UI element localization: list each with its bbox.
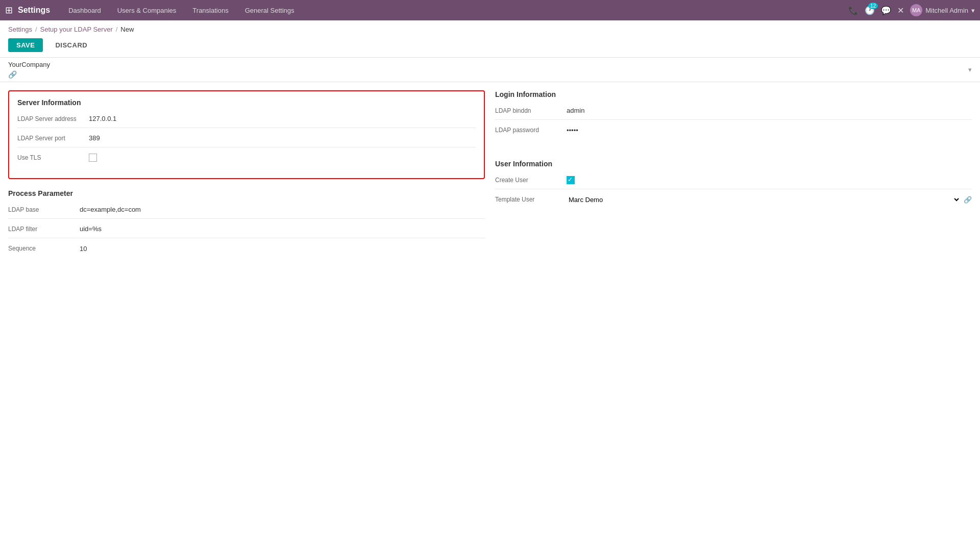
left-panel: Server Information LDAP Server address L… — [8, 90, 485, 268]
breadcrumb-sep-1: / — [35, 26, 37, 33]
template-user-label: Template User — [495, 196, 567, 203]
ldap-base-row: LDAP base — [8, 204, 485, 219]
action-bar: SAVE DISCARD — [0, 36, 980, 57]
ldap-binddn-input[interactable] — [567, 106, 972, 115]
close-icon[interactable]: ✕ — [897, 6, 904, 15]
save-button[interactable]: SAVE — [8, 38, 43, 52]
user-name: Mitchell Admin — [925, 7, 968, 14]
user-dropdown-icon: ▾ — [971, 7, 975, 14]
sequence-label: Sequence — [8, 245, 80, 252]
login-info-title: Login Information — [495, 90, 972, 98]
template-user-select[interactable]: Marc Demo — [567, 195, 961, 204]
ldap-server-address-input[interactable] — [89, 114, 476, 123]
ldap-password-label: LDAP password — [495, 127, 567, 134]
ldap-password-row: LDAP password — [495, 124, 972, 139]
ldap-filter-label: LDAP filter — [8, 226, 80, 233]
server-info-section: Server Information LDAP Server address L… — [8, 90, 485, 179]
use-tls-label: Use TLS — [17, 154, 89, 161]
ldap-binddn-label: LDAP binddn — [495, 107, 567, 114]
nav-translations[interactable]: Translations — [189, 5, 231, 16]
process-parameter-section: Process Parameter LDAP base LDAP filter … — [8, 189, 485, 258]
user-menu[interactable]: MA Mitchell Admin ▾ — [910, 4, 975, 16]
breadcrumb: Settings / Setup your LDAP Server / New — [0, 20, 980, 36]
main-content: Server Information LDAP Server address L… — [0, 82, 980, 276]
navbar-right: 📞 🕐 12 💬 ✕ MA Mitchell Admin ▾ — [848, 4, 975, 16]
ldap-filter-input[interactable] — [80, 224, 485, 234]
template-user-row: Template User Marc Demo 🔗 — [495, 193, 972, 209]
app-title: Settings — [18, 6, 50, 15]
ldap-base-input[interactable] — [80, 205, 485, 214]
process-parameter-title: Process Parameter — [8, 189, 485, 197]
sequence-input[interactable] — [80, 244, 485, 254]
discard-button[interactable]: DISCARD — [47, 38, 95, 52]
template-user-link-icon[interactable]: 🔗 — [964, 196, 972, 204]
ldap-server-address-label: LDAP Server address — [17, 115, 89, 122]
chat-icon[interactable]: 💬 — [881, 6, 891, 15]
create-user-checkbox[interactable] — [567, 176, 575, 184]
nav-dashboard[interactable]: Dashboard — [65, 5, 104, 16]
use-tls-checkbox[interactable] — [89, 154, 97, 162]
ldap-server-address-row: LDAP Server address — [17, 113, 476, 128]
breadcrumb-setup-ldap[interactable]: Setup your LDAP Server — [40, 26, 113, 33]
server-info-title: Server Information — [17, 98, 476, 107]
company-value: YourCompany — [8, 61, 50, 68]
ldap-server-port-label: LDAP Server port — [17, 135, 89, 142]
create-user-label: Create User — [495, 177, 567, 184]
sequence-row: Sequence — [8, 242, 485, 258]
avatar: MA — [910, 4, 922, 16]
ldap-filter-row: LDAP filter — [8, 223, 485, 238]
company-link-icon[interactable]: 🔗 — [8, 70, 50, 79]
breadcrumb-settings[interactable]: Settings — [8, 26, 32, 33]
nav-menu: Dashboard Users & Companies Translations… — [65, 5, 848, 16]
breadcrumb-sep-2: / — [116, 26, 118, 33]
create-user-row: Create User — [495, 174, 972, 189]
company-dropdown-icon[interactable]: ▾ — [968, 66, 972, 73]
ldap-server-port-input[interactable] — [89, 133, 476, 143]
clock-badge-wrap[interactable]: 🕐 12 — [865, 6, 875, 15]
user-info-title: User Information — [495, 160, 972, 168]
nav-users-companies[interactable]: Users & Companies — [114, 5, 180, 16]
breadcrumb-current: New — [120, 26, 134, 33]
login-info-section: Login Information LDAP binddn LDAP passw… — [495, 90, 972, 139]
right-panel: Login Information LDAP binddn LDAP passw… — [495, 90, 972, 268]
nav-general-settings[interactable]: General Settings — [242, 5, 298, 16]
notification-badge: 12 — [868, 3, 878, 9]
navbar: ⊞ Settings Dashboard Users & Companies T… — [0, 0, 980, 20]
ldap-base-label: LDAP base — [8, 206, 80, 213]
ldap-password-input[interactable] — [567, 126, 972, 135]
use-tls-row: Use TLS — [17, 152, 476, 167]
company-field: YourCompany 🔗 ▾ — [0, 58, 980, 82]
ldap-server-port-row: LDAP Server port — [17, 132, 476, 147]
phone-icon[interactable]: 📞 — [848, 6, 859, 15]
user-info-section: User Information Create User Template Us… — [495, 160, 972, 209]
grid-icon[interactable]: ⊞ — [5, 5, 13, 16]
ldap-binddn-row: LDAP binddn — [495, 105, 972, 120]
